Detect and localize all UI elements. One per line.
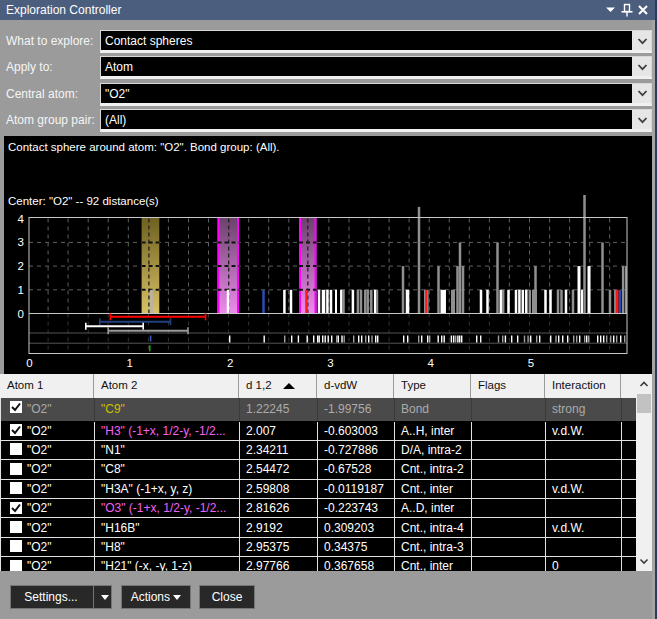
svg-text:5: 5 <box>528 357 534 369</box>
svg-text:4: 4 <box>427 357 434 369</box>
svg-text:4: 4 <box>18 213 25 225</box>
svg-text:0: 0 <box>18 308 24 320</box>
svg-text:1: 1 <box>18 284 24 296</box>
svg-text:0: 0 <box>26 357 32 369</box>
svg-text:3: 3 <box>327 357 333 369</box>
svg-text:2: 2 <box>18 260 24 272</box>
svg-text:1: 1 <box>127 357 133 369</box>
svg-text:2: 2 <box>227 357 233 369</box>
svg-text:3: 3 <box>18 236 24 248</box>
